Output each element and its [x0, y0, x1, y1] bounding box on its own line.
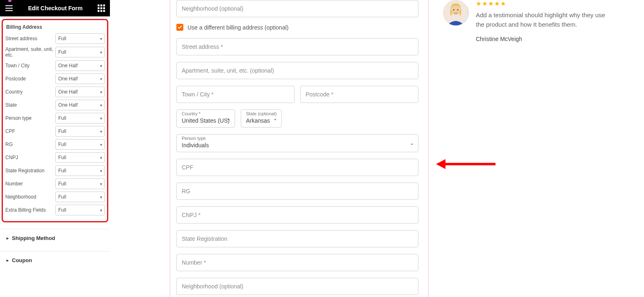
billing-panel-title: Billing Address [6, 24, 105, 30]
notification-dot-icon [8, 0, 11, 2]
select-state-registration[interactable]: Full [55, 165, 105, 176]
select-state-field[interactable]: State (optional) Arkansas ⌄ [241, 110, 282, 128]
select-person-type[interactable]: Full [55, 113, 105, 123]
label-number: Number [5, 181, 55, 187]
label-postcode: Postcode [5, 76, 55, 82]
star-rating-icon: ★★★★★ [476, 0, 615, 7]
testimonial-block: ★★★★★ Add a testimonial should highlight… [443, 0, 615, 297]
chevron-down-icon: ⌄ [410, 140, 414, 146]
input-cnpj[interactable] [176, 206, 418, 224]
row-person-type: Person type Full▾ [5, 113, 105, 123]
row-postcode: Postcode One Half▾ [5, 73, 105, 84]
preview-canvas: Use a different billing address (optiona… [110, 0, 644, 297]
testimonial-text: Add a testimonial should highlight why t… [476, 11, 615, 29]
caret-right-icon: ▸ [7, 236, 9, 240]
row-town: Town / City One Half▾ [5, 60, 105, 71]
input-neighborhood[interactable] [176, 278, 418, 295]
state-float-label: State (optional) [246, 112, 277, 116]
label-state-registration: State Registration [5, 168, 55, 174]
svg-rect-8 [103, 10, 105, 12]
svg-rect-5 [103, 7, 105, 9]
row-cpf: CPF Full▾ [5, 126, 105, 137]
row-number: Number Full▾ [5, 178, 105, 189]
country-float-label: Country * [182, 112, 230, 116]
caret-right-icon: ▸ [7, 258, 9, 263]
svg-rect-2 [103, 5, 105, 7]
select-postcode[interactable]: One Half [55, 73, 105, 84]
select-country[interactable]: One Half [55, 87, 105, 97]
widgets-grid-icon[interactable] [98, 5, 105, 12]
input-number[interactable] [176, 254, 418, 271]
label-country: Country [5, 89, 55, 95]
billing-address-panel: Billing Address Street address Full▾ Apa… [2, 19, 108, 222]
svg-rect-3 [98, 7, 100, 9]
checkbox-different-billing[interactable] [176, 24, 183, 31]
section-coupon-label: Coupon [12, 257, 32, 263]
chevron-down-icon: ⌄ [273, 116, 277, 121]
row-rg: RG Full▾ [5, 139, 105, 150]
row-state-registration: State Registration Full▾ [5, 165, 105, 176]
testimonial-content: ★★★★★ Add a testimonial should highlight… [476, 0, 615, 297]
input-state-registration[interactable] [176, 230, 418, 247]
avatar [443, 0, 468, 25]
row-apartment: Apartment, suite, unit, etc. Full▾ [5, 46, 105, 58]
select-street-address[interactable]: Full [55, 33, 105, 44]
chevron-down-icon: ⌄ [226, 116, 231, 121]
label-cnpj: CNPJ [5, 155, 55, 160]
field-neighborhood-top [176, 0, 418, 17]
row-cnpj: CNPJ Full▾ [5, 152, 105, 163]
svg-rect-1 [100, 5, 103, 7]
label-street-address: Street address [5, 36, 55, 41]
testimonial-name: Christine McVeigh [476, 36, 615, 42]
svg-point-12 [457, 9, 459, 11]
row-neighborhood: Neighborhood Full▾ [5, 192, 105, 202]
row-state: State One Half▾ [5, 100, 105, 110]
annotation-arrow-icon [434, 156, 496, 174]
input-town[interactable] [176, 86, 295, 103]
person-float-label: Person type [182, 136, 413, 141]
svg-rect-4 [100, 7, 103, 9]
select-cpf[interactable]: Full [55, 126, 105, 137]
select-state[interactable]: One Half [55, 100, 105, 110]
select-neighborhood[interactable]: Full [55, 192, 105, 202]
row-different-billing: Use a different billing address (optiona… [176, 24, 418, 31]
person-value: Individuals [182, 142, 209, 148]
label-extra-billing: Extra Billing Fields [5, 207, 55, 213]
svg-rect-6 [98, 10, 100, 12]
select-cnpj[interactable]: Full [55, 152, 105, 163]
row-country: Country One Half▾ [5, 87, 105, 97]
input-apartment[interactable] [176, 62, 418, 79]
section-shipping-method[interactable]: ▸ Shipping Method [0, 229, 110, 247]
label-state: State [5, 102, 55, 108]
label-apartment: Apartment, suite, unit, etc. [5, 46, 55, 58]
editor-sidebar: Edit Checkout Form Billing Address Stree… [0, 0, 110, 297]
row-extra-billing: Extra Billing Fields Full▾ [5, 205, 105, 215]
menu-icon[interactable] [5, 4, 13, 12]
label-neighborhood: Neighborhood [5, 194, 55, 200]
input-neighborhood-top[interactable] [176, 0, 418, 17]
row-street-address: Street address Full▾ [5, 33, 105, 44]
label-cpf: CPF [5, 128, 55, 134]
sidebar-title: Edit Checkout Form [13, 5, 98, 11]
label-rg: RG [5, 142, 55, 147]
select-apartment[interactable]: Full [55, 47, 105, 57]
input-cpf[interactable] [176, 159, 418, 176]
input-rg[interactable] [176, 183, 418, 200]
input-street-address[interactable] [176, 38, 418, 55]
svg-rect-7 [100, 10, 103, 12]
state-value: Arkansas [246, 117, 270, 124]
svg-point-11 [453, 9, 454, 11]
select-rg[interactable]: Full [55, 139, 105, 150]
section-coupon[interactable]: ▸ Coupon [0, 251, 110, 269]
select-town[interactable]: One Half [55, 60, 105, 71]
checkout-form-widget: Use a different billing address (optiona… [110, 0, 427, 297]
label-different-billing: Use a different billing address (optiona… [187, 24, 288, 31]
label-town: Town / City [5, 63, 55, 69]
select-extra-billing[interactable]: Full [55, 205, 105, 215]
select-person-type-field[interactable]: Person type Individuals ⌄ [176, 134, 418, 152]
input-postcode[interactable] [300, 86, 418, 103]
select-number[interactable]: Full [55, 178, 105, 189]
svg-rect-0 [98, 5, 100, 7]
select-country-field[interactable]: Country * United States (US) ⌄ [176, 110, 235, 128]
country-value: United States (US) [182, 117, 230, 124]
